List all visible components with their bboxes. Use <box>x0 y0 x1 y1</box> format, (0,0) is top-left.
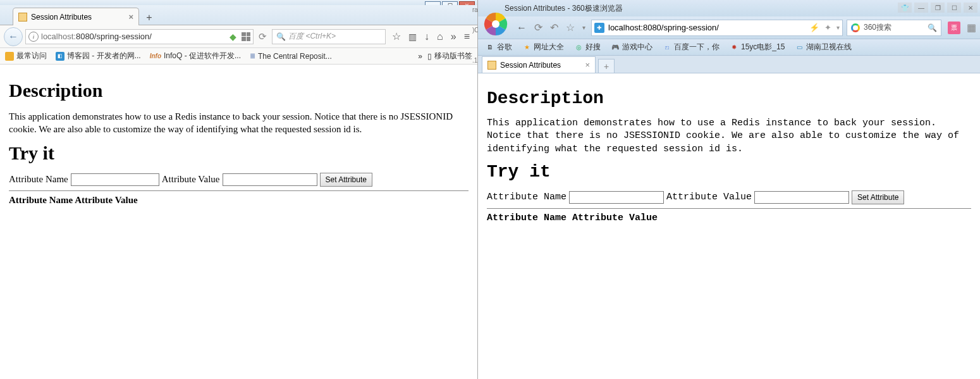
url-text: localhost:8080/spring-session/ <box>608 23 719 32</box>
haosou-icon: ◎ <box>574 43 583 52</box>
identity-icon[interactable]: i <box>28 32 39 42</box>
reload-button[interactable]: ⟳ <box>256 31 269 42</box>
description-paragraph: This application demonstrates how to use… <box>487 117 971 156</box>
hamburger-menu-icon[interactable]: ≡ <box>464 31 470 42</box>
window-restore-button[interactable]: ❐ <box>931 3 945 13</box>
bookmark-infoq[interactable]: InfoInfoQ - 促进软件开发... <box>150 51 241 61</box>
skin-button[interactable]: 👕 <box>898 3 912 13</box>
ticket-button[interactable]: 票 <box>948 22 960 34</box>
th-attribute-name: Attribute Name <box>487 213 567 223</box>
library-icon[interactable]: ▥ <box>408 32 417 42</box>
url-text: localhost:8080/spring-session/ <box>41 32 152 41</box>
bookmark-most-visited[interactable]: 最常访问 <box>5 51 47 61</box>
window-close-button[interactable]: ✕ <box>964 3 977 13</box>
search-icon[interactable]: 🔍 <box>928 23 937 32</box>
attribute-form: Attribute Name Attribute Value Set Attri… <box>9 173 469 187</box>
dropdown-icon[interactable]: ▾ <box>580 24 587 31</box>
titlebar: Session Attributes - 360极速浏览器 👕 — ❐ ☐ ✕ <box>478 0 980 16</box>
window-maximize-button[interactable]: ☐ <box>947 3 961 13</box>
new-tab-button[interactable]: + <box>598 59 615 73</box>
undo-button[interactable]: ↶ <box>548 22 560 34</box>
attribute-value-input[interactable] <box>223 173 317 186</box>
home-icon[interactable]: ⌂ <box>437 31 443 42</box>
attribute-name-input[interactable] <box>569 191 664 204</box>
extensions-icon[interactable]: ▦ <box>967 22 976 34</box>
bookmark-google[interactable]: 🗎谷歌 <box>486 42 512 53</box>
movie-icon: ✸ <box>730 43 738 52</box>
page-content: Description This application demonstrate… <box>0 65 477 214</box>
heading-try-it: Try it <box>487 162 971 182</box>
search-box[interactable]: 360搜索 🔍 <box>847 20 941 36</box>
th-attribute-value: Attribute Value <box>75 195 138 205</box>
security-shield-icon[interactable]: ✚ <box>594 23 604 33</box>
table-header: Attribute Name Attribute Value <box>487 213 971 223</box>
address-bar[interactable]: ✚ localhost:8080/spring-session/ ⚡ ✦ ▾ <box>591 20 843 36</box>
bookmark-hunan[interactable]: ▭湖南卫视在线 <box>795 42 852 53</box>
clock-icon <box>5 52 14 61</box>
browser-logo-icon[interactable] <box>482 10 510 38</box>
description-paragraph: This application demonstrates how to use… <box>9 110 469 136</box>
window-title: Session Attributes - 360极速浏览器 <box>505 3 623 14</box>
site-icon: ◧ <box>56 52 64 61</box>
search-label: 360搜索 <box>864 22 891 33</box>
firefox-window: — ☐ X Session Attributes × + ← i localho… <box>0 0 478 379</box>
tab-close-icon[interactable]: × <box>128 12 133 22</box>
svg-point-0 <box>492 20 499 28</box>
th-attribute-value: Attribute Value <box>572 213 658 223</box>
heading-try-it: Try it <box>9 142 469 164</box>
tab-active[interactable]: Session Attributes × <box>13 8 139 25</box>
titlebar: — ☐ X <box>0 0 477 5</box>
chevron-down-icon[interactable]: ▾ <box>836 24 840 31</box>
shield-icon[interactable]: ◆ <box>230 32 236 42</box>
tab-strip: Session Attributes × + <box>478 56 980 73</box>
set-attribute-button[interactable]: Set Attribute <box>852 190 904 204</box>
navigation-toolbar: ← ⟳ ↶ ☆ ▾ ✚ localhost:8080/spring-sessio… <box>478 16 980 39</box>
divider <box>9 190 469 191</box>
search-icon: 🔍 <box>276 32 286 41</box>
th-attribute-name: Attribute Name <box>9 195 73 205</box>
label-attribute-value: Attribute Value <box>162 174 220 185</box>
reload-button[interactable]: ⟳ <box>532 22 544 34</box>
bookmark-star-icon[interactable]: ☆ <box>564 22 577 34</box>
page-icon: 🗎 <box>486 43 494 52</box>
bookmark-star-icon[interactable]: ☆ <box>392 30 401 42</box>
tab-close-icon[interactable]: × <box>585 60 590 70</box>
bookmark-central-repo[interactable]: ≣The Central Reposit... <box>250 52 332 61</box>
tab-active[interactable]: Session Attributes × <box>482 56 596 73</box>
bookmark-games[interactable]: 🎮游戏中心 <box>611 42 652 53</box>
reader-grid-icon[interactable] <box>242 32 250 41</box>
attribute-value-input[interactable] <box>754 191 849 204</box>
bookmark-haosou[interactable]: ◎好搜 <box>574 42 601 53</box>
attribute-name-input[interactable] <box>71 173 159 186</box>
set-attribute-button[interactable]: Set Attribute <box>320 173 372 187</box>
downloads-icon[interactable]: ↓ <box>424 31 429 42</box>
window-minimize-button[interactable]: — <box>914 3 928 13</box>
table-header: Attribute Name Attribute Value <box>9 195 469 206</box>
search-box[interactable]: 🔍 百度 <Ctrl+K> <box>272 29 386 44</box>
page-content: Description This application demonstrate… <box>478 73 980 232</box>
lightning-icon[interactable]: ⚡ <box>809 23 819 32</box>
360-search-icon <box>851 23 860 32</box>
new-tab-button[interactable]: + <box>142 11 157 25</box>
360-browser-window: Session Attributes - 360极速浏览器 👕 — ❐ ☐ ✕ … <box>478 0 980 379</box>
label-attribute-name: Attribute Name <box>9 174 68 185</box>
back-button[interactable]: ← <box>515 22 529 34</box>
page-favicon <box>18 13 27 22</box>
bookmarks-toolbar: 最常访问 ◧博客园 - 开发者的网... InfoInfoQ - 促进软件开发.… <box>0 48 477 65</box>
bookmark-mobile[interactable]: ▯移动版书签 <box>427 51 472 61</box>
search-placeholder: 百度 <Ctrl+K> <box>288 31 336 42</box>
bookmark-sites[interactable]: ★网址大全 <box>522 42 564 53</box>
bookmark-15yc[interactable]: ✸15yc电影_15 <box>730 42 785 53</box>
compat-star-icon[interactable]: ✦ <box>824 23 831 32</box>
attribute-form: Attribute Name Attribute Value Set Attri… <box>487 190 971 204</box>
bookmarks-overflow-icon[interactable]: » <box>418 52 422 61</box>
address-bar[interactable]: i localhost:8080/spring-session/ ◆ <box>25 29 254 44</box>
back-button[interactable]: ← <box>4 27 23 46</box>
infoq-icon: Info <box>150 53 161 59</box>
tab-title: Session Attributes <box>31 13 92 22</box>
overflow-icon[interactable]: » <box>451 31 456 42</box>
gamepad-icon: 🎮 <box>611 43 620 52</box>
bookmark-baidu[interactable]: ⏍百度一下，你 <box>663 42 720 53</box>
tab-strip: Session Attributes × + <box>0 5 477 25</box>
bookmark-cnblogs[interactable]: ◧博客园 - 开发者的网... <box>56 51 141 61</box>
